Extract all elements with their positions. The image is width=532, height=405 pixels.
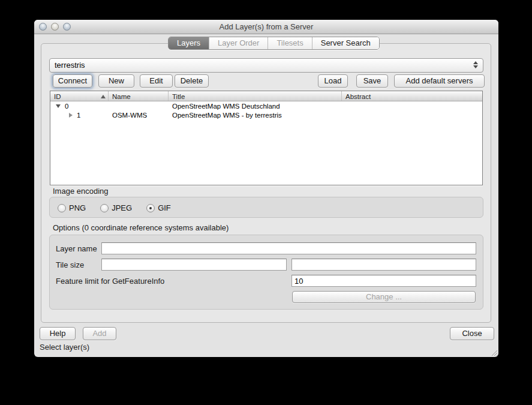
layer-name-label: Layer name: [56, 244, 97, 253]
tab-bar: Layers Layer Order Tilesets Server Searc…: [168, 37, 380, 50]
combo-stepper-icon: [473, 61, 478, 68]
radio-png[interactable]: PNG: [58, 203, 86, 212]
row-title: OpenStreetMap WMS Deutschland: [169, 103, 342, 110]
change-crs-button[interactable]: Change ...: [292, 291, 476, 303]
new-button[interactable]: New: [98, 74, 134, 88]
tab-layers[interactable]: Layers: [169, 37, 209, 49]
table-row[interactable]: 1 OSM-WMS OpenStreetMap WMS - by terrest…: [50, 110, 482, 119]
row-name: OSM-WMS: [109, 112, 169, 119]
window-title: Add Layer(s) from a Server: [34, 22, 498, 31]
column-header-title[interactable]: Title: [169, 91, 342, 101]
layers-table: ID Name Title Abstract 0 OpenStreetMap W…: [50, 91, 483, 185]
add-button[interactable]: Add: [83, 327, 116, 340]
add-layers-dialog: Add Layer(s) from a Server Layers Layer …: [34, 20, 498, 357]
collapsed-disclosure-icon[interactable]: [69, 113, 73, 118]
column-header-name[interactable]: Name: [109, 91, 169, 101]
load-button[interactable]: Load: [318, 74, 348, 88]
options-group: Layer name Tile size Feature limit for G…: [49, 235, 483, 310]
radio-gif[interactable]: GIF: [146, 203, 171, 212]
sort-ascending-icon: [101, 95, 106, 98]
tile-width-input[interactable]: [101, 259, 287, 271]
edit-button[interactable]: Edit: [140, 74, 173, 88]
close-button[interactable]: Close: [450, 327, 494, 340]
row-id: 0: [65, 103, 68, 110]
connect-button[interactable]: Connect: [53, 74, 92, 88]
image-encoding-label: Image encoding: [53, 187, 109, 196]
resize-grip[interactable]: [490, 349, 497, 356]
title-bar[interactable]: Add Layer(s) from a Server: [34, 20, 498, 34]
column-header-abstract[interactable]: Abstract: [342, 91, 482, 101]
add-default-servers-button[interactable]: Add default servers: [394, 74, 485, 88]
save-button[interactable]: Save: [356, 74, 388, 88]
row-id: 1: [77, 112, 80, 119]
server-select-value: terrestris: [55, 61, 85, 70]
layer-name-input[interactable]: [101, 242, 476, 254]
image-encoding-group: PNG JPEG GIF: [49, 197, 483, 218]
tab-layer-order[interactable]: Layer Order: [209, 37, 268, 49]
tab-tilesets[interactable]: Tilesets: [268, 37, 312, 49]
radio-jpeg-circle[interactable]: [100, 204, 109, 212]
column-header-id[interactable]: ID: [50, 91, 109, 101]
tile-size-label: Tile size: [56, 260, 84, 269]
radio-jpeg[interactable]: JPEG: [100, 203, 132, 212]
server-select[interactable]: terrestris: [49, 58, 483, 73]
feature-limit-input[interactable]: [291, 275, 476, 287]
help-button[interactable]: Help: [40, 327, 76, 340]
radio-gif-circle[interactable]: [146, 204, 155, 212]
delete-button[interactable]: Delete: [175, 74, 209, 88]
radio-png-circle[interactable]: [58, 204, 66, 212]
options-label: Options (0 coordinate reference systems …: [53, 223, 229, 232]
table-header: ID Name Title Abstract: [50, 91, 482, 101]
table-row[interactable]: 0 OpenStreetMap WMS Deutschland: [50, 101, 482, 110]
row-title: OpenStreetMap WMS - by terrestris: [169, 112, 342, 119]
tile-height-input[interactable]: [291, 259, 476, 271]
feature-limit-label: Feature limit for GetFeatureInfo: [56, 277, 164, 286]
tab-server-search[interactable]: Server Search: [312, 37, 379, 49]
expanded-disclosure-icon[interactable]: [56, 104, 61, 108]
status-text: Select layer(s): [40, 343, 89, 352]
